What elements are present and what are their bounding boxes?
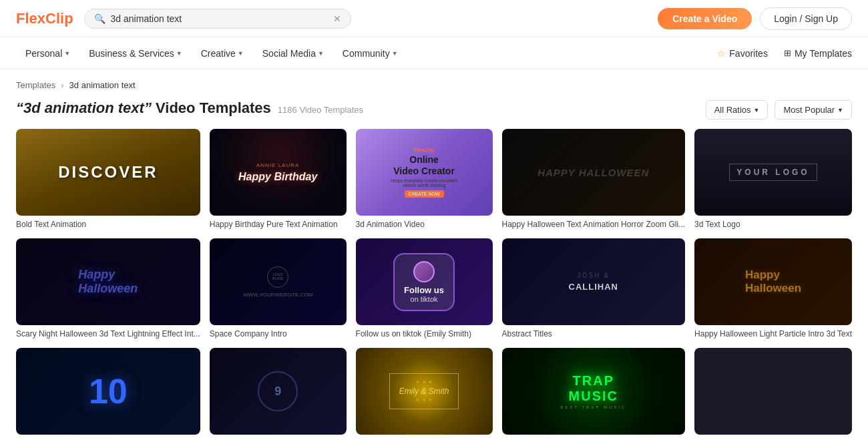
list-item[interactable]: FlexClip OnlineVideo Creator Helps every… — [356, 129, 493, 229]
list-item[interactable]: HappyHalloween Scary Night Halloween 3d … — [16, 238, 200, 339]
card-label: 3d Animation Video — [356, 220, 493, 229]
my-templates-label: My Templates — [795, 48, 852, 59]
list-item[interactable]: LOGOPLACE WWW.YOURWEBSITE.COM Space Comp… — [210, 238, 347, 339]
sidebar-item-personal[interactable]: Personal ▼ — [16, 37, 79, 69]
list-item[interactable]: DISCOVER Bold Text Animation — [16, 129, 200, 229]
card-thumbnail: Happy Halloween — [502, 129, 686, 216]
favorites-label: Favorites — [729, 48, 768, 59]
sidebar-item-creative[interactable]: Creative ▼ — [192, 37, 253, 69]
page-header: “3d animation text” Video Templates 1186… — [0, 95, 868, 129]
chevron-down-icon-sort: ▼ — [837, 107, 843, 114]
nav-label-community: Community — [343, 48, 390, 59]
card-label: Happy Halloween Text Animation Horror Zo… — [502, 220, 686, 229]
search-bar: 🔍 ✕ — [84, 9, 351, 29]
breadcrumb-current: 3d animation text — [69, 80, 136, 90]
breadcrumb-separator: › — [61, 80, 63, 90]
card-thumbnail: HappyHalloween — [16, 238, 200, 325]
grid-icon: ⊞ — [784, 48, 791, 58]
list-item[interactable]: ✦ ✦ ✦ Emily & Smith ✦ ✦ ✦ Emily & Smith … — [356, 348, 493, 440]
nav-label-social: Social Media — [262, 48, 316, 59]
card-label: Bold Text Animation — [16, 220, 200, 229]
sort-filter-label: Most Popular — [783, 105, 835, 115]
favorites-nav-item[interactable]: ☆ Favorites — [717, 48, 768, 59]
card-label: Happy Birthday Pure Text Animation — [210, 220, 347, 229]
create-video-button[interactable]: Create a Video — [658, 8, 752, 29]
star-icon: ☆ — [717, 48, 726, 59]
card-thumbnail: HappyHalloween — [694, 238, 852, 325]
list-item[interactable]: JOSH & CALLIHAN Abstract Titles — [502, 238, 686, 339]
list-item[interactable]: HappyHalloween Happy Halloween Light Par… — [694, 238, 852, 339]
list-item[interactable]: 10 Countdown Timer — [16, 348, 200, 440]
sidebar-item-social[interactable]: Social Media ▼ — [253, 37, 333, 69]
sidebar-item-business[interactable]: Business & Services ▼ — [79, 37, 192, 69]
card-thumbnail: Follow us on tiktok — [356, 238, 493, 325]
card-label: Follow us on tiktok (Emily Smith) — [356, 329, 493, 339]
page-title: “3d animation text” Video Templates — [16, 99, 271, 117]
chevron-down-icon-4: ▼ — [318, 50, 324, 57]
list-item[interactable]: Annie Laura Happy Birthday Happy Birthda… — [210, 129, 347, 229]
chevron-down-icon-3: ▼ — [238, 50, 244, 57]
search-term: “3d animation text” — [16, 99, 152, 116]
search-input[interactable] — [111, 13, 328, 24]
header-right: Create a Video Login / Sign Up — [658, 7, 852, 30]
list-item[interactable] — [694, 348, 852, 440]
breadcrumb-root[interactable]: Templates — [16, 80, 55, 90]
card-thumbnail: ✦ ✦ ✦ Emily & Smith ✦ ✦ ✦ — [356, 348, 493, 435]
clear-icon[interactable]: ✕ — [333, 13, 341, 24]
breadcrumb: Templates › 3d animation text — [0, 69, 868, 95]
nav-right: ☆ Favorites ⊞ My Templates — [717, 48, 852, 59]
chevron-down-icon-ratio: ▼ — [754, 107, 760, 114]
list-item[interactable]: 9 Tech Intro — [210, 348, 347, 440]
card-thumbnail: 9 — [210, 348, 347, 435]
header: FlexClip 🔍 ✕ Create a Video Login / Sign… — [0, 0, 868, 37]
card-thumbnail: JOSH & CALLIHAN — [502, 238, 686, 325]
nav: Personal ▼ Business & Services ▼ Creativ… — [0, 37, 868, 69]
sort-filter-button[interactable]: Most Popular ▼ — [775, 100, 852, 120]
card-thumbnail: DISCOVER — [16, 129, 200, 216]
logo[interactable]: FlexClip — [16, 10, 73, 27]
template-count: 1186 Video Templates — [278, 105, 363, 115]
card-label: Scary Night Halloween 3d Text Lightning … — [16, 329, 200, 339]
chevron-down-icon-2: ▼ — [176, 50, 182, 57]
filter-controls: All Ratios ▼ Most Popular ▼ — [706, 100, 852, 120]
my-templates-nav-item[interactable]: ⊞ My Templates — [784, 48, 852, 59]
card-thumbnail: YOUR LOGO — [694, 129, 852, 216]
list-item[interactable]: Follow us on tiktok Follow us on tiktok … — [356, 238, 493, 339]
chevron-down-icon: ▼ — [64, 50, 70, 57]
login-button[interactable]: Login / Sign Up — [760, 7, 852, 30]
sidebar-item-community[interactable]: Community ▼ — [333, 37, 407, 69]
card-thumbnail: LOGOPLACE WWW.YOURWEBSITE.COM — [210, 238, 347, 325]
card-thumbnail: TRAP MUSIC BEST TRAP MUSIC — [502, 348, 686, 435]
card-thumbnail: FlexClip OnlineVideo Creator Helps every… — [356, 129, 493, 216]
chevron-down-icon-5: ▼ — [392, 50, 398, 57]
card-label: 3d Text Logo — [694, 220, 852, 229]
nav-label-creative: Creative — [201, 48, 236, 59]
page-title-area: “3d animation text” Video Templates 1186… — [16, 99, 363, 117]
card-thumbnail: 10 — [16, 348, 200, 435]
template-grid: DISCOVER Bold Text Animation Annie Laura… — [0, 129, 868, 440]
card-label: Happy Halloween Light Particle Intro 3d … — [694, 329, 852, 339]
list-item[interactable]: Happy Halloween Happy Halloween Text Ani… — [502, 129, 686, 229]
list-item[interactable]: TRAP MUSIC BEST TRAP MUSIC Trap Music In… — [502, 348, 686, 440]
nav-label-business: Business & Services — [89, 48, 174, 59]
card-label: Space Company Intro — [210, 329, 347, 339]
list-item[interactable]: YOUR LOGO 3d Text Logo — [694, 129, 852, 229]
card-thumbnail: Annie Laura Happy Birthday — [210, 129, 347, 216]
nav-label-personal: Personal — [25, 48, 62, 59]
card-label: Abstract Titles — [502, 329, 686, 339]
card-thumbnail — [694, 348, 852, 435]
search-icon: 🔍 — [94, 13, 105, 24]
ratio-filter-button[interactable]: All Ratios ▼ — [706, 100, 769, 120]
ratio-filter-label: All Ratios — [714, 105, 751, 115]
